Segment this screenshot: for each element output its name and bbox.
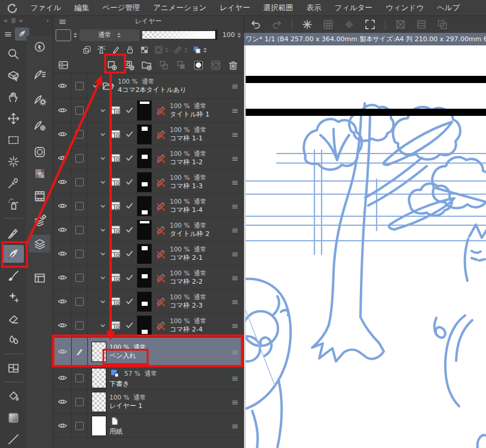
menu-item[interactable]: ウィンドウ <box>379 3 430 13</box>
app-logo[interactable] <box>0 2 24 14</box>
palette-selector-box[interactable] <box>56 29 71 41</box>
opacity-slider[interactable] <box>142 30 218 39</box>
collapse-left-icon[interactable]: « <box>0 17 11 24</box>
layer-handle[interactable]: ≡ <box>231 249 239 259</box>
visibility-toggle[interactable] <box>53 414 72 437</box>
snap-special-button[interactable] <box>343 19 355 30</box>
undo-button[interactable] <box>250 19 262 30</box>
checkbox[interactable] <box>75 274 84 282</box>
visibility-toggle[interactable] <box>53 290 72 313</box>
layer-body[interactable]: 100 %通常タイトル枠 1≡ <box>88 99 243 122</box>
layer-thumbnail[interactable] <box>137 220 152 240</box>
layer-body[interactable]: 57 %通常下書き≡ <box>88 366 243 389</box>
pen-gear-tool[interactable] <box>29 90 50 108</box>
pen-nib-tool[interactable] <box>2 223 24 241</box>
visibility-toggle[interactable] <box>53 73 72 98</box>
layer-row[interactable]: 100 %通常コマ枠 1-4≡ <box>53 194 243 218</box>
checkbox[interactable] <box>75 202 84 210</box>
new-folder-button[interactable] <box>140 59 152 71</box>
bucket-tool[interactable] <box>2 387 24 405</box>
visibility-toggle[interactable] <box>53 146 72 170</box>
pen-circle-tool[interactable] <box>29 116 50 134</box>
layer-checkbox[interactable] <box>72 218 88 241</box>
checkbox[interactable] <box>75 154 84 162</box>
gradient-tool[interactable] <box>2 409 24 426</box>
checkbox[interactable] <box>75 374 84 382</box>
visibility-toggle[interactable] <box>53 122 72 146</box>
layer-handle[interactable]: ≡ <box>231 177 239 187</box>
layer-checkbox[interactable] <box>72 414 88 437</box>
lock-toggle[interactable] <box>125 45 135 55</box>
ruler-range-toggle[interactable] <box>173 45 188 55</box>
layer-handle[interactable]: ≡ <box>231 373 239 383</box>
layer-row[interactable]: 100 %通常コマ枠 2-2≡ <box>53 266 243 290</box>
layer-checkbox[interactable] <box>72 314 88 337</box>
layer-thumbnail[interactable] <box>137 172 152 192</box>
layer-thumbnail[interactable] <box>137 196 152 216</box>
layer-handle[interactable]: ≡ <box>231 321 239 330</box>
marquee-tool[interactable] <box>2 131 24 149</box>
layer-handle[interactable]: ≡ <box>231 397 239 407</box>
pen-tool[interactable] <box>2 245 24 263</box>
transfer-down-button[interactable] <box>158 59 170 71</box>
layer-checkbox[interactable] <box>72 99 88 122</box>
cube-tool[interactable] <box>2 66 24 84</box>
folder-panel-tool[interactable] <box>29 269 50 287</box>
circle-badge-tool[interactable] <box>29 143 50 161</box>
lock-alpha-toggle[interactable] <box>139 45 149 55</box>
layer-body[interactable]: 100 %通常レイヤー 1≡ <box>88 390 243 413</box>
menu-item[interactable]: 編集 <box>68 3 96 13</box>
layer-checkbox[interactable] <box>72 242 88 265</box>
snap-ruler-button[interactable] <box>301 19 313 30</box>
layer-thumbnail[interactable] <box>137 244 152 264</box>
layer-thumbnail[interactable] <box>137 100 152 121</box>
layer-row[interactable]: 100 %通常コマ枠 2-3≡ <box>53 290 243 314</box>
menu-item[interactable]: アニメーション <box>146 3 213 13</box>
visibility-toggle[interactable] <box>53 266 72 289</box>
visibility-toggle[interactable] <box>53 218 72 241</box>
layer-body[interactable]: 100 %通常4コマ2本タイトルあり≡ <box>88 73 243 98</box>
dock-handle[interactable] <box>11 18 16 23</box>
panel-list-button[interactable] <box>57 59 69 71</box>
layers-tool[interactable] <box>29 235 50 253</box>
new-layer-gear-button[interactable] <box>123 59 135 71</box>
magnifier-tool[interactable] <box>2 45 24 63</box>
blend-mode-dropdown[interactable]: 通常 <box>80 29 139 41</box>
snap-grid-button[interactable] <box>322 19 334 30</box>
layer-row[interactable]: 100 %通常4コマ2本タイトルあり≡ <box>53 73 243 99</box>
checkbox[interactable] <box>75 106 84 115</box>
document-tab[interactable]: ワン* 1/1 (B4 257.00 x 364.00mm 製本サイズ:A4 判… <box>244 33 486 45</box>
palette-menu-icon[interactable] <box>58 17 67 26</box>
layer-body[interactable]: 100 %通常コマ枠 2-2≡ <box>88 266 243 289</box>
layer-row[interactable]: 100 %通常ペン入れ≡ <box>53 337 243 366</box>
layer-checkbox[interactable] <box>72 73 88 98</box>
layer-thumbnail[interactable] <box>91 368 106 388</box>
visibility-toggle[interactable] <box>53 390 72 413</box>
layer-color-chip-toggle[interactable] <box>192 45 207 55</box>
menu-item[interactable]: ページ管理 <box>96 3 146 13</box>
select-mode-1-button[interactable] <box>395 19 406 30</box>
layer-row[interactable]: 100 %通常コマ枠 1-2≡ <box>53 146 243 170</box>
layer-thumbnail[interactable] <box>91 342 106 362</box>
layer-row[interactable]: 100 %通常コマ枠 2-4≡ <box>53 314 243 337</box>
eraser-tool[interactable] <box>2 309 24 327</box>
layer-body[interactable]: 100 %通常コマ枠 2-4≡ <box>88 314 243 337</box>
layer-thumbnail[interactable] <box>91 392 106 412</box>
layers-gear-tool[interactable] <box>29 211 50 229</box>
layer-handle[interactable]: ≡ <box>231 81 239 91</box>
select-mode-2-button[interactable] <box>415 19 427 30</box>
layer-checkbox[interactable] <box>72 266 88 289</box>
checkbox[interactable] <box>75 178 84 186</box>
menu-item[interactable]: ファイル <box>24 3 68 13</box>
checkbox[interactable] <box>75 130 84 139</box>
layer-body[interactable]: 100 %通常タイトル枠 2≡ <box>88 218 243 241</box>
clipping-toggle[interactable] <box>82 45 92 55</box>
visibility-toggle[interactable] <box>53 170 72 194</box>
layer-checkbox[interactable] <box>72 366 88 389</box>
layer-body[interactable]: 100 %通常コマ枠 2-3≡ <box>88 290 243 313</box>
redo-button[interactable] <box>271 19 283 30</box>
checkbox[interactable] <box>75 297 84 306</box>
blend-tool[interactable] <box>2 331 24 349</box>
layer-handle[interactable]: ≡ <box>231 106 239 115</box>
layer-row[interactable]: 100 %通常コマ枠 1-3≡ <box>53 170 243 194</box>
